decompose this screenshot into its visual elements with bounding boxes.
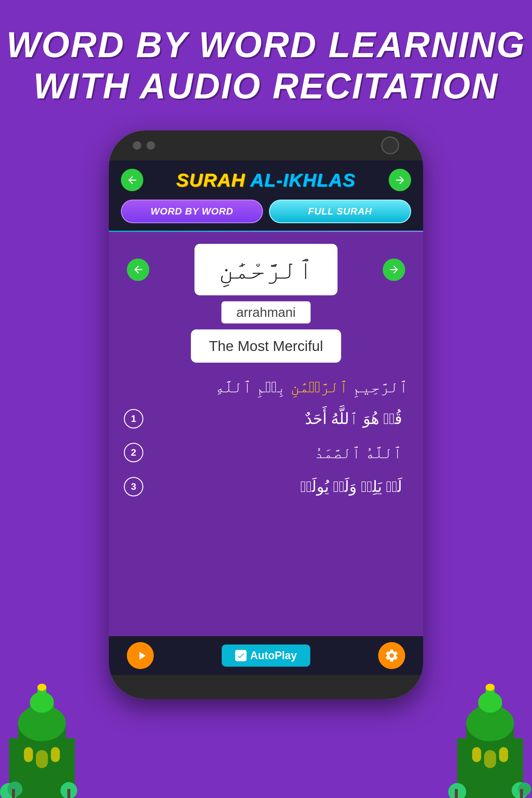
svg-rect-23 [499, 747, 508, 762]
mosque-right-svg [448, 678, 532, 798]
settings-button[interactable] [378, 642, 405, 669]
phone-camera [381, 136, 399, 154]
svg-rect-8 [51, 747, 60, 762]
bottom-bar: AutoPlay [109, 636, 423, 675]
verse-arabic-3: لَمۡ يَلِدۡ وَلَمۡ يُولَدۡ [143, 473, 402, 500]
word-display-area: ٱلرَّحْمَٰنِ arrahmani The Most Merciful [109, 232, 423, 372]
surah-word: SURAH [176, 170, 245, 190]
verse-arabic-2: ٱللَّهُ ٱلصَّمَدُ [143, 439, 402, 466]
autoplay-label: AutoPlay [250, 649, 297, 662]
header-line1: WORD BY WORD LEARNING [6, 24, 526, 65]
back-button[interactable] [121, 169, 143, 191]
verse-number-2: 2 [124, 443, 143, 462]
verse-row-2: 2 ٱللَّهُ ٱلصَّمَدُ [124, 439, 408, 466]
app-header: SURAH AL-IKHLAS [109, 160, 423, 200]
svg-point-21 [486, 684, 495, 691]
verse-row-1: 1 قُلۡ هُوَ ٱللَّهُ أَحَدٌ [124, 405, 408, 432]
translation-card: The Most Merciful [191, 329, 341, 363]
mosque-right-decoration [448, 678, 532, 798]
svg-point-28 [518, 782, 531, 796]
verse-row-3: 3 لَمۡ يَلِدۡ وَلَمۡ يُولَدۡ [124, 473, 408, 500]
phone-screen: SURAH AL-IKHLAS WORD BY WORD FULL SURAH [109, 160, 423, 675]
verse-number-3: 3 [124, 477, 143, 496]
arabic-word-card: ٱلرَّحْمَٰنِ [194, 244, 338, 295]
phone-frame: SURAH AL-IKHLAS WORD BY WORD FULL SURAH [109, 131, 423, 699]
header-title-block: WORD BY WORD LEARNING WITH AUDIO RECITAT… [6, 24, 526, 107]
settings-gear-icon [384, 648, 399, 663]
svg-rect-26 [455, 789, 458, 798]
forward-arrow-icon [394, 174, 406, 186]
bismillah-left: ٱلرَّحِيمِ [353, 378, 408, 396]
svg-rect-22 [472, 747, 481, 762]
bismillah-right: بِسۡمِ ٱللَّهِ [215, 378, 286, 396]
header-line2: WITH AUDIO RECITATION [6, 65, 526, 107]
arabic-word-text: ٱلرَّحْمَٰنِ [218, 254, 314, 285]
tab-word-by-word[interactable]: WORD BY WORD [121, 200, 263, 223]
verse-arabic-1: قُلۡ هُوَ ٱللَّهُ أَحَدٌ [143, 405, 402, 432]
mosque-left-decoration [0, 678, 84, 798]
phone-top-bar [109, 131, 423, 160]
autoplay-button[interactable]: AutoPlay [222, 645, 310, 667]
play-button[interactable] [127, 642, 154, 669]
svg-rect-24 [484, 750, 496, 768]
play-icon [135, 649, 148, 663]
word-forward-icon [388, 264, 400, 276]
bismillah-highlighted: ٱلرَّحۡمَٰنِ [290, 378, 348, 396]
phone-dot-1 [133, 141, 141, 150]
word-nav-row: ٱلرَّحْمَٰنِ [127, 244, 405, 295]
svg-rect-29 [520, 789, 523, 798]
svg-rect-14 [67, 789, 70, 798]
mosque-left-svg [0, 678, 84, 798]
word-back-icon [132, 264, 144, 276]
forward-button[interactable] [389, 169, 411, 191]
phone-dot-2 [147, 141, 155, 150]
tab-bar: WORD BY WORD FULL SURAH [109, 200, 423, 231]
transliteration-badge: arrahmani [222, 301, 310, 323]
quran-area: ٱلرَّحِيمِ ٱلرَّحۡمَٰنِ بِسۡمِ ٱللَّهِ 1… [109, 372, 423, 510]
svg-rect-12 [12, 789, 15, 798]
back-arrow-icon [126, 174, 138, 186]
phone-bottom-bar [109, 675, 423, 699]
phone-camera-dots [133, 141, 155, 150]
checkbox-icon [235, 650, 247, 661]
word-forward-button[interactable] [383, 259, 405, 281]
surah-title: SURAH AL-IKHLAS [176, 169, 356, 191]
verse-number-1: 1 [124, 409, 143, 429]
svg-rect-9 [36, 750, 48, 768]
word-back-button[interactable] [127, 259, 149, 281]
surah-name: AL-IKHLAS [250, 170, 356, 190]
tab-full-surah[interactable]: FULL SURAH [269, 200, 411, 223]
svg-point-6 [37, 684, 46, 691]
checkmark-icon [237, 651, 245, 660]
bismillah-line: ٱلرَّحِيمِ ٱلرَّحۡمَٰنِ بِسۡمِ ٱللَّهِ [124, 375, 408, 399]
svg-rect-7 [24, 747, 33, 762]
